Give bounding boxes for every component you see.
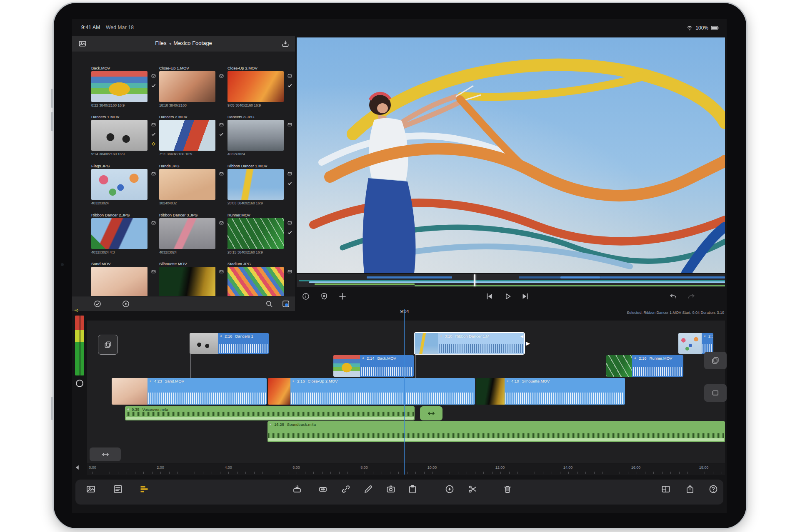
insert-clip-button[interactable] — [290, 482, 304, 496]
timeline-clip-voiceover[interactable]: 9:35Voiceover.m4a — [125, 406, 415, 420]
timeline-clip-runner[interactable]: 2:16Runner.MOV — [606, 355, 683, 377]
clip-body: 9:35Voiceover.m4a — [125, 406, 415, 420]
used-check-icon — [149, 130, 158, 138]
clip-label: 3:10Ribbon Dancer 1.M — [440, 334, 523, 338]
media-item-thumbnail[interactable] — [91, 120, 148, 151]
safe-guides-button[interactable] — [318, 290, 330, 303]
used-check-icon — [285, 179, 294, 187]
timeline-clip-closeup2[interactable]: 2:16Close-Up 2.MOV — [268, 378, 475, 405]
media-item-thumbnail[interactable] — [159, 218, 215, 249]
trim-handle-in[interactable]: ◀ — [520, 334, 523, 338]
timeline-clip-dancers[interactable]: 2:16Dancers 1 — [190, 333, 269, 354]
play-button[interactable] — [501, 290, 514, 303]
footer-select-clips-button[interactable] — [91, 298, 104, 310]
timeline-clip-soundtrack[interactable]: 16:28Soundtrack.m4a — [268, 421, 725, 442]
volume-up-button[interactable] — [51, 89, 53, 108]
timeline-clip-sand[interactable]: 4:23Sand.MOV — [112, 378, 267, 405]
media-item-thumbnail[interactable] — [159, 120, 215, 151]
clip-label: 2:1 — [703, 334, 712, 338]
info-view-button[interactable] — [111, 482, 125, 496]
clip-option-button-b[interactable] — [704, 384, 727, 402]
media-item-thumbnail[interactable] — [228, 267, 284, 298]
media-item-thumbnail[interactable] — [91, 71, 148, 102]
clip-thumbnail — [678, 333, 702, 354]
timeline-clip-edge-clip[interactable]: 2:1 — [678, 333, 713, 354]
timeline-clip-back[interactable]: 2:14Back.MOV — [333, 355, 414, 377]
media-item-thumbnail[interactable] — [91, 218, 148, 249]
timeline-clip-ribbon[interactable]: 3:10Ribbon Dancer 1.M◀▶ — [415, 333, 524, 354]
timeline-view-button[interactable] — [137, 482, 151, 496]
media-item-thumbnail[interactable] — [228, 71, 284, 102]
timeline-ruler[interactable]: 0:002:004:006:008:0010:0012:0014:0016:00… — [87, 463, 725, 475]
ruler-ticks — [92, 472, 723, 474]
footer-search-button[interactable] — [263, 298, 275, 310]
clip-name: Voiceover.m4a — [142, 407, 168, 412]
ruler-label: 12:00 — [495, 465, 505, 470]
transition-handle[interactable] — [90, 447, 121, 461]
scrubber-track-segment — [600, 276, 725, 278]
clip-audio-icon — [506, 379, 510, 383]
linked-icon — [149, 140, 158, 147]
skip-back-button[interactable] — [483, 290, 495, 303]
layout-button[interactable] — [659, 482, 673, 496]
media-item-thumbnail[interactable] — [91, 169, 148, 200]
undo-button[interactable] — [667, 290, 680, 303]
media-item-badges — [217, 170, 225, 177]
library-view-button[interactable] — [84, 482, 98, 496]
media-item-thumbnail[interactable] — [159, 169, 215, 200]
snapshot-button[interactable] — [384, 482, 398, 496]
import-icon[interactable] — [279, 38, 292, 50]
add-marker-button[interactable] — [442, 482, 457, 496]
clip-duration: 16:28 — [274, 422, 284, 427]
media-item-thumbnail[interactable] — [159, 267, 215, 298]
media-item-thumbnail[interactable] — [228, 218, 284, 249]
breadcrumb-source: Files — [155, 40, 166, 46]
library-breadcrumb[interactable]: Files ◂ Mexico Footage — [72, 40, 295, 46]
overwrite-clip-button[interactable] — [316, 482, 330, 496]
media-item-badges — [217, 121, 225, 138]
help-button[interactable] — [706, 482, 720, 496]
playhead[interactable] — [404, 309, 405, 475]
clip-option-button-a[interactable] — [704, 352, 727, 369]
pan-dial[interactable] — [76, 380, 83, 387]
overlay-track-button[interactable] — [98, 335, 118, 355]
media-type-icon — [149, 170, 158, 177]
preview-scrubber[interactable] — [297, 274, 725, 287]
used-check-icon — [217, 130, 225, 138]
transform-button[interactable] — [336, 290, 349, 303]
media-item-thumbnail[interactable] — [159, 71, 215, 102]
media-item-dancers-3-jpg: Dancers 3.JPG4032x3024 — [228, 114, 294, 158]
clip-waveform — [291, 393, 474, 404]
side-switch[interactable] — [51, 397, 53, 420]
audio-trim-handle[interactable] — [420, 406, 442, 420]
clip-info-button[interactable] — [300, 290, 312, 303]
clip-label: 9:35Voiceover.m4a — [127, 407, 414, 412]
link-clips-button[interactable] — [339, 482, 353, 496]
media-item-badges — [217, 268, 225, 275]
media-item-name: Ribbon Dancer 3.JPG — [159, 213, 222, 217]
video-preview[interactable] — [297, 37, 725, 273]
media-item-runner-mov: Runner.MOV20:15 3840x2160 16:9 — [228, 213, 294, 256]
redo-button[interactable] — [685, 290, 698, 303]
delete-clip-button[interactable] — [500, 482, 515, 496]
media-type-icon — [149, 121, 158, 128]
share-export-button[interactable] — [683, 482, 697, 496]
clip-body: 2:16Close-Up 2.MOV — [290, 378, 475, 405]
clip-connector — [190, 354, 191, 378]
media-item-thumbnail[interactable] — [91, 267, 148, 298]
skip-forward-button[interactable] — [519, 290, 532, 303]
edit-clip-button[interactable] — [361, 482, 375, 496]
used-check-icon — [149, 82, 158, 89]
split-clip-button[interactable] — [465, 482, 480, 496]
timeline-clip-silhouette[interactable]: 4:10Silhouette.MOV — [476, 378, 625, 405]
footer-record-button[interactable] — [120, 298, 132, 310]
media-item-badges — [285, 121, 294, 128]
paste-button[interactable] — [405, 482, 420, 496]
timeline-audio-icon[interactable] — [75, 464, 82, 471]
trim-handle-out[interactable]: ▶ — [526, 340, 530, 346]
media-item-thumbnail[interactable] — [228, 169, 284, 200]
media-item-thumbnail[interactable] — [228, 120, 284, 151]
scrubber-playhead[interactable] — [474, 274, 475, 286]
footer-media-sources-button[interactable] — [280, 298, 292, 310]
volume-down-button[interactable] — [51, 112, 53, 131]
